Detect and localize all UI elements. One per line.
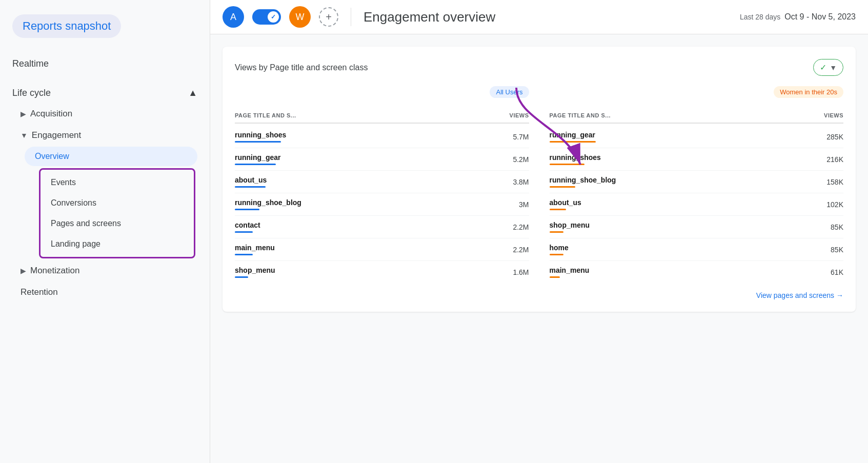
engagement-subitems: Overview Events Conversions Pages and sc… <box>25 147 197 258</box>
card-header-right: ✓ ▼ <box>813 59 843 76</box>
row-bar-orange <box>550 231 563 233</box>
row-value: 1.6M <box>513 268 529 276</box>
row-title: shop_menu <box>550 221 590 229</box>
table-row: about_us 102K <box>550 193 844 216</box>
toggle-circle: ✓ <box>268 11 279 23</box>
sidebar-item-realtime[interactable]: Realtime <box>0 52 210 75</box>
row-title: main_menu <box>550 266 590 274</box>
acquisition-expand-icon: ▶ <box>21 110 26 118</box>
row-left-6: shop_menu <box>235 266 275 278</box>
table-row: running_gear 285K <box>550 126 844 148</box>
avatar-w[interactable]: W <box>289 6 311 28</box>
row-left-2: about_us <box>235 176 267 188</box>
sidebar-item-pages-screens[interactable]: Pages and screens <box>41 214 194 233</box>
row-bar-orange <box>550 209 566 210</box>
view-pages-link[interactable]: View pages and screens → <box>235 291 843 299</box>
add-comparison-button[interactable]: + <box>319 7 338 27</box>
monetization-expand-icon: ▶ <box>21 267 26 275</box>
page-title: Engagement overview <box>364 9 732 25</box>
row-value: 5.7M <box>513 133 529 141</box>
row-left-1: running_gear <box>235 153 280 165</box>
header: A ✓ W + Engagement overview Last 28 days… <box>210 0 868 34</box>
row-left-r-5: home <box>550 244 569 255</box>
sidebar-item-overview[interactable]: Overview <box>25 147 197 166</box>
date-range-container: Last 28 days Oct 9 - Nov 5, 2023 <box>740 12 856 22</box>
row-value: 5.2M <box>513 155 529 164</box>
views-card: Views by Page title and screen class ✓ ▼… <box>223 47 856 312</box>
row-left-r-1: running_shoes <box>550 153 601 165</box>
sidebar-item-retention[interactable]: Retention <box>12 282 197 303</box>
date-label: Last 28 days <box>740 13 780 21</box>
row-value: 3.8M <box>513 178 529 186</box>
row-title: contact <box>235 221 260 229</box>
table-row: main_menu 2.2M <box>235 238 529 261</box>
sidebar-item-events[interactable]: Events <box>41 173 194 192</box>
row-left-r-3: about_us <box>550 198 581 210</box>
row-left-r-4: shop_menu <box>550 221 590 233</box>
table-row: home 85K <box>550 238 844 261</box>
table-row: running_shoes 216K <box>550 148 844 171</box>
table-row: about_us 3.8M <box>235 171 529 193</box>
toggle-switch[interactable]: ✓ <box>252 9 281 25</box>
row-value: 85K <box>831 223 843 231</box>
row-left-5: main_menu <box>235 244 275 255</box>
col-views-header-left: VIEWS <box>510 112 529 118</box>
row-bar-blue <box>235 141 281 143</box>
header-divider <box>351 8 351 26</box>
row-bar-orange <box>550 276 560 278</box>
row-title: running_shoes <box>235 131 286 139</box>
all-users-table-body: running_shoes 5.7M running_gear 5.2M abo… <box>235 126 529 283</box>
sidebar-item-landing-page[interactable]: Landing page <box>41 234 194 254</box>
row-value: 216K <box>826 155 843 164</box>
women-20s-table-body: running_gear 285K running_shoes 216K run… <box>550 126 844 283</box>
women-20s-table: Women in their 20s PAGE TITLE AND S... V… <box>550 86 844 283</box>
row-left-4: contact <box>235 221 260 233</box>
sidebar: Reports snapshot Realtime Life cycle ▲ ▶… <box>0 0 210 463</box>
sidebar-item-acquisition[interactable]: ▶ Acquisition <box>12 104 197 124</box>
card-header: Views by Page title and screen class ✓ ▼ <box>235 59 843 76</box>
tables-container: All Users PAGE TITLE AND S... VIEWS runn… <box>235 86 843 283</box>
row-value: 158K <box>826 178 843 186</box>
card-title: Views by Page title and screen class <box>235 63 368 72</box>
filter-chip-verified[interactable]: ✓ ▼ <box>813 59 843 76</box>
col-page-title-header-left: PAGE TITLE AND S... <box>235 112 296 118</box>
table-row: running_shoe_blog 3M <box>235 193 529 216</box>
row-title: shop_menu <box>235 266 275 274</box>
filter-chip-dropdown-icon: ▼ <box>830 64 837 72</box>
table-row: shop_menu 85K <box>550 216 844 238</box>
row-left-r-2: running_shoe_blog <box>550 176 616 188</box>
row-value: 3M <box>519 200 529 209</box>
row-title: running_gear <box>550 131 596 139</box>
row-left-3: running_shoe_blog <box>235 198 301 210</box>
avatar-a[interactable]: A <box>223 6 244 28</box>
col-page-title-header-right: PAGE TITLE AND S... <box>550 112 611 118</box>
row-bar-blue <box>235 254 253 255</box>
row-left-r-6: main_menu <box>550 266 590 278</box>
row-bar-blue <box>235 276 248 278</box>
sidebar-item-monetization[interactable]: ▶ Monetization <box>12 260 197 281</box>
lifecycle-section: Life cycle ▲ ▶ Acquisition ▼ Engagement … <box>0 75 210 308</box>
row-value: 2.2M <box>513 223 529 231</box>
reports-snapshot-link[interactable]: Reports snapshot <box>12 14 121 38</box>
row-title: running_shoe_blog <box>235 198 301 207</box>
row-title: running_shoes <box>550 153 601 162</box>
sidebar-item-engagement[interactable]: ▼ Engagement <box>12 125 197 146</box>
toggle-check-icon: ✓ <box>271 13 276 21</box>
row-bar-orange <box>550 186 575 188</box>
women-20s-label: Women in their 20s <box>774 86 843 98</box>
table-row: shop_menu 1.6M <box>235 261 529 283</box>
col-views-header-right: VIEWS <box>824 112 843 118</box>
row-left-r-0: running_gear <box>550 131 596 143</box>
women-20s-table-header: PAGE TITLE AND S... VIEWS <box>550 108 844 124</box>
engagement-group: ▼ Engagement Overview Events Conversions… <box>12 125 197 258</box>
row-bar-orange <box>550 254 563 255</box>
table-row: main_menu 61K <box>550 261 844 283</box>
row-value: 102K <box>826 200 843 209</box>
row-bar-orange <box>550 141 596 143</box>
lifecycle-chevron-icon: ▲ <box>188 88 197 98</box>
lifecycle-section-header[interactable]: Life cycle ▲ <box>12 84 197 103</box>
row-left-0: running_shoes <box>235 131 286 143</box>
row-bar-blue <box>235 186 266 188</box>
sidebar-item-conversions[interactable]: Conversions <box>41 193 194 213</box>
reports-snapshot-label: Reports snapshot <box>23 19 111 32</box>
